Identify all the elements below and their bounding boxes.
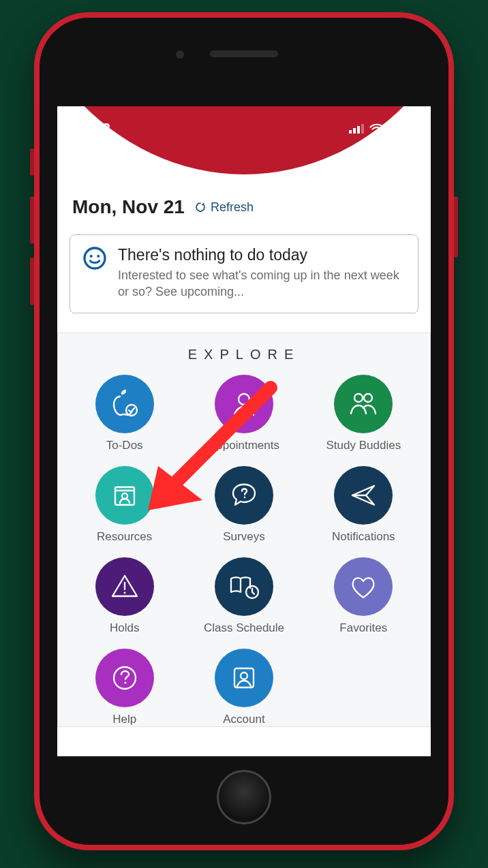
svg-point-20	[123, 591, 125, 593]
mute-switch	[30, 149, 34, 176]
explore-tile-label: Help	[112, 713, 136, 726]
home-button[interactable]	[217, 770, 271, 824]
two-people-icon	[334, 375, 393, 433]
svg-rect-0	[349, 130, 352, 134]
volume-up-button	[30, 196, 34, 244]
explore-tile-label: Notifications	[332, 530, 395, 544]
today-card-body: There's nothing to do today Interested t…	[118, 246, 406, 300]
svg-rect-3	[361, 124, 364, 134]
today-card-title: There's nothing to do today	[118, 246, 406, 264]
earpiece-speaker	[210, 50, 278, 57]
svg-point-23	[124, 681, 126, 683]
explore-tile-label: Holds	[110, 621, 139, 635]
explore-grid: To-DosAppointmentsStudy BuddiesResources…	[65, 375, 423, 726]
svg-point-13	[364, 394, 372, 402]
account-square-icon	[215, 649, 273, 707]
explore-tile-notifications[interactable]: Notifications	[304, 466, 423, 544]
explore-tile-label: To-Dos	[106, 439, 143, 452]
explore-tile-holds[interactable]: Holds	[65, 557, 184, 635]
explore-tile-favorites[interactable]: Favorites	[304, 557, 423, 635]
explore-heading: EXPLORE	[65, 347, 423, 362]
speech-question-icon	[215, 466, 273, 525]
svg-rect-6	[410, 127, 412, 131]
wifi-icon	[369, 123, 384, 134]
explore-tile-label: Surveys	[223, 530, 264, 544]
status-indicators	[349, 123, 412, 134]
explore-tile-label: Appointments	[209, 439, 279, 452]
screen: 1:02 Mon, Nov 21 Refresh	[57, 106, 431, 756]
id-card-icon	[95, 466, 154, 525]
warning-triangle-icon	[95, 557, 154, 616]
battery-icon	[390, 123, 412, 134]
refresh-label: Refresh	[211, 200, 254, 215]
phone-bezel: 1:02 Mon, Nov 21 Refresh	[40, 18, 448, 845]
svg-point-11	[239, 394, 249, 405]
status-time: 1:02	[80, 120, 110, 138]
svg-point-7	[85, 248, 105, 268]
explore-tile-study-buddies[interactable]: Study Buddies	[304, 375, 423, 452]
date-row: Mon, Nov 21 Refresh	[57, 180, 431, 228]
explore-tile-label: Study Buddies	[326, 439, 401, 452]
cellular-signal-icon	[349, 124, 364, 134]
status-bar: 1:02	[57, 106, 431, 138]
today-card-subtitle: Interested to see what's coming up in th…	[118, 267, 406, 300]
front-camera	[176, 50, 184, 59]
volume-down-button	[30, 258, 34, 305]
svg-point-17	[244, 496, 246, 498]
explore-tile-label: Favorites	[339, 621, 387, 635]
explore-tile-help[interactable]: Help	[65, 649, 184, 726]
current-date: Mon, Nov 21	[72, 196, 185, 218]
explore-tile-account[interactable]: Account	[184, 649, 303, 726]
today-card[interactable]: There's nothing to do today Interested t…	[70, 234, 418, 313]
apple-check-icon	[95, 375, 154, 433]
refresh-button[interactable]: Refresh	[194, 200, 254, 215]
refresh-icon	[194, 201, 207, 213]
explore-tile-resources[interactable]: Resources	[65, 466, 184, 544]
svg-point-12	[354, 394, 363, 402]
explore-tile-class-schedule[interactable]: Class Schedule	[184, 557, 303, 635]
svg-point-9	[97, 255, 100, 258]
send-icon	[334, 466, 393, 525]
explore-tile-appointments[interactable]: Appointments	[184, 375, 303, 452]
svg-point-16	[122, 493, 127, 499]
power-button	[454, 196, 458, 258]
svg-rect-5	[392, 125, 404, 132]
help-circle-icon	[95, 649, 154, 707]
explore-tile-label: Class Schedule	[204, 621, 284, 635]
svg-point-8	[90, 255, 93, 258]
explore-tile-label: Resources	[97, 530, 152, 544]
app-header: 1:02	[57, 106, 431, 180]
svg-point-10	[126, 405, 137, 416]
svg-point-25	[241, 672, 247, 679]
svg-rect-1	[353, 128, 356, 134]
heart-icon	[334, 557, 393, 616]
person-icon	[215, 375, 273, 433]
explore-tile-surveys[interactable]: Surveys	[184, 466, 303, 544]
book-clock-icon	[215, 557, 273, 616]
smile-icon	[82, 246, 107, 270]
explore-section: EXPLORE To-DosAppointmentsStudy BuddiesR…	[57, 332, 431, 727]
svg-point-22	[114, 667, 136, 689]
explore-tile-to-dos[interactable]: To-Dos	[65, 375, 184, 452]
explore-tile-label: Account	[223, 713, 264, 726]
svg-rect-2	[357, 126, 360, 134]
phone-device-frame: 1:02 Mon, Nov 21 Refresh	[34, 12, 454, 850]
